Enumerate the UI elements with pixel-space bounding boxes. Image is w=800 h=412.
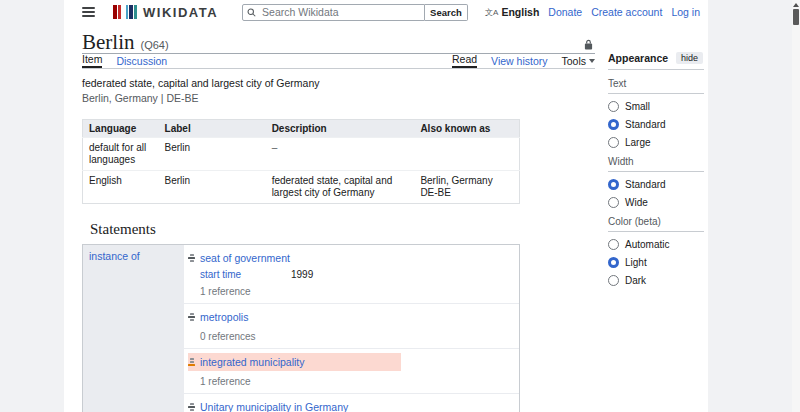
- header-user-links: 文A English Donate Create account Log in: [485, 6, 700, 18]
- term-aliases[interactable]: Berlin, Germany DE-BE: [414, 171, 519, 204]
- tab-read[interactable]: Read: [452, 53, 477, 68]
- divider: [608, 69, 704, 70]
- term-label[interactable]: Berlin: [159, 171, 266, 204]
- rank-selector-icon-deprecated[interactable]: [188, 358, 195, 366]
- log-in-link[interactable]: Log in: [671, 6, 700, 18]
- statement-main-row: seat of government: [188, 249, 519, 267]
- appearance-title: Appearance: [608, 52, 668, 64]
- scrollbar-up-arrow-icon[interactable]: [793, 3, 799, 7]
- radio-label: Standard: [625, 119, 666, 130]
- search-bar: Search: [242, 4, 468, 21]
- wikidata-logo[interactable]: WIKIDATA: [113, 5, 218, 20]
- entity-description: federated state, capital and largest cit…: [82, 77, 595, 90]
- term-description[interactable]: federated state, capital and largest cit…: [266, 171, 415, 204]
- appearance-header: Appearance hide: [608, 52, 704, 64]
- statement-value-link[interactable]: Unitary municipality in Germany: [200, 401, 348, 412]
- radio-label: Large: [625, 137, 651, 148]
- rank-selector-icon[interactable]: [188, 403, 195, 411]
- main-content: Berlin (Q64) Item Discussion Read View h…: [82, 30, 595, 412]
- col-also-known-as: Also known as: [414, 120, 519, 138]
- appearance-section-width: Width: [608, 156, 704, 172]
- appearance-panel: Appearance hide Text Small Standard Larg…: [608, 52, 704, 286]
- radio-width-wide[interactable]: Wide: [608, 197, 704, 208]
- term-row-default: default for all languages Berlin –: [83, 138, 520, 171]
- appearance-hide-button[interactable]: hide: [676, 52, 703, 64]
- radio-icon-checked[interactable]: [608, 257, 619, 268]
- statement-main-row: metropolis: [188, 308, 519, 326]
- radio-icon-checked[interactable]: [608, 179, 619, 190]
- radio-text-standard[interactable]: Standard: [608, 119, 704, 130]
- references-toggle[interactable]: 1 reference: [200, 286, 519, 298]
- radio-icon[interactable]: [608, 137, 619, 148]
- radio-icon[interactable]: [608, 275, 619, 286]
- references-toggle[interactable]: 1 reference: [200, 376, 519, 388]
- statement-deprecated: integrated municipality 1 reference: [184, 348, 519, 393]
- wikidata-logo-bars-icon: [113, 5, 138, 19]
- radio-color-light[interactable]: Light: [608, 257, 704, 268]
- rank-selector-icon[interactable]: [188, 254, 195, 262]
- alias-line: Berlin, Germany: [420, 175, 513, 187]
- tab-view-history[interactable]: View history: [491, 55, 547, 68]
- appearance-section-text: Text: [608, 78, 704, 94]
- radio-icon[interactable]: [608, 101, 619, 112]
- entity-qid: (Q64): [141, 39, 169, 51]
- donate-link[interactable]: Donate: [548, 6, 582, 18]
- statement-list: seat of government start time 1999 1 ref…: [184, 245, 519, 412]
- language-label: English: [501, 6, 539, 18]
- appearance-section-color: Color (beta): [608, 216, 704, 232]
- term-description: –: [266, 138, 415, 171]
- radio-label: Light: [625, 257, 647, 268]
- hamburger-menu-icon[interactable]: [82, 7, 95, 17]
- statement-main-row: Unitary municipality in Germany: [188, 398, 519, 412]
- radio-label: Standard: [625, 179, 666, 190]
- term-language: default for all languages: [83, 138, 159, 171]
- language-icon: 文A: [485, 7, 498, 18]
- statement: metropolis 0 references: [184, 303, 519, 348]
- term-table: Language Label Description Also known as…: [82, 119, 520, 204]
- property-link-instance-of[interactable]: instance of: [89, 250, 140, 262]
- language-selector[interactable]: 文A English: [485, 6, 539, 18]
- statement-value-link[interactable]: seat of government: [200, 252, 290, 264]
- term-table-header-row: Language Label Description Also known as: [83, 120, 520, 138]
- radio-text-large[interactable]: Large: [608, 137, 704, 148]
- radio-icon[interactable]: [608, 239, 619, 250]
- radio-color-dark[interactable]: Dark: [608, 275, 704, 286]
- references-toggle[interactable]: 0 references: [200, 331, 519, 343]
- radio-label: Wide: [625, 197, 648, 208]
- radio-width-standard[interactable]: Standard: [608, 179, 704, 190]
- search-input[interactable]: [260, 5, 420, 19]
- term-label[interactable]: Berlin: [159, 138, 266, 171]
- chevron-down-icon: [589, 59, 595, 63]
- page-protection-indicator: [584, 36, 593, 54]
- scrollbar-thumb[interactable]: [793, 9, 799, 25]
- search-button[interactable]: Search: [425, 4, 468, 21]
- rank-selector-icon[interactable]: [188, 313, 195, 321]
- col-description: Description: [266, 120, 415, 138]
- tools-label: Tools: [561, 55, 586, 67]
- term-aliases: [414, 138, 519, 171]
- radio-color-automatic[interactable]: Automatic: [608, 239, 704, 250]
- alias-line: DE-BE: [420, 187, 513, 199]
- page-title: Berlin: [82, 30, 135, 55]
- tab-item[interactable]: Item: [82, 53, 102, 68]
- page-container: WIKIDATA Search 文A English Donate Create…: [64, 0, 708, 412]
- term-row-english: English Berlin federated state, capital …: [83, 171, 520, 204]
- create-account-link[interactable]: Create account: [591, 6, 662, 18]
- statement-value-link[interactable]: metropolis: [200, 311, 248, 323]
- statement: seat of government start time 1999 1 ref…: [184, 245, 519, 303]
- tab-discussion[interactable]: Discussion: [116, 55, 167, 68]
- page-tabs: Item Discussion Read View history Tools: [82, 54, 595, 69]
- tools-menu[interactable]: Tools: [561, 55, 595, 68]
- statement-main-row-deprecated: integrated municipality: [188, 353, 401, 371]
- statement-group-instance-of: instance of seat of government start tim…: [82, 244, 520, 412]
- wikidata-logo-text: WIKIDATA: [143, 5, 218, 20]
- radio-icon-checked[interactable]: [608, 119, 619, 130]
- search-box[interactable]: [242, 4, 425, 21]
- vertical-scrollbar[interactable]: [792, 0, 800, 412]
- qualifier-value: 1999: [291, 269, 313, 280]
- radio-text-small[interactable]: Small: [608, 101, 704, 112]
- radio-icon[interactable]: [608, 197, 619, 208]
- col-language: Language: [83, 120, 159, 138]
- statement-value-link[interactable]: integrated municipality: [200, 356, 304, 368]
- qualifier-property-link[interactable]: start time: [200, 269, 291, 280]
